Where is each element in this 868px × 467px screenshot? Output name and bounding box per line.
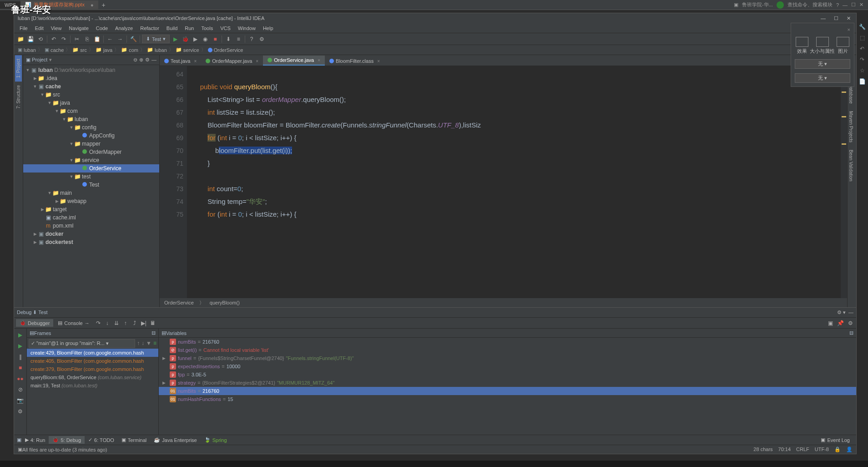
- btn-run[interactable]: ▶ 4: Run: [21, 436, 49, 444]
- lock-icon[interactable]: 🔒: [834, 447, 841, 452]
- tab-ordermapper[interactable]: OrderMapper.java×: [201, 56, 263, 66]
- breadcrumb-item[interactable]: OrderService: [206, 47, 245, 53]
- tool-maven[interactable]: Maven Projects: [848, 107, 856, 146]
- close-icon[interactable]: ×: [848, 27, 850, 32]
- var-item[interactable]: pexpectedInsertions = 10000: [159, 362, 856, 371]
- menu-help[interactable]: Help: [259, 25, 277, 32]
- tool-structure[interactable]: 7: Structure: [15, 81, 22, 112]
- menu-window[interactable]: Window: [234, 25, 259, 32]
- minimize-icon[interactable]: —: [819, 15, 828, 21]
- coverage-icon[interactable]: ▶: [191, 35, 200, 44]
- footer-class[interactable]: OrderService: [164, 300, 194, 305]
- editor-error-stripe[interactable]: [841, 66, 847, 298]
- menu-vcs[interactable]: VCS: [217, 25, 234, 32]
- window-mode-icon[interactable]: ▣: [734, 2, 738, 8]
- settings-icon[interactable]: ⚙: [16, 407, 25, 416]
- collapse-icon[interactable]: ⊖: [133, 57, 137, 63]
- select-none-1[interactable]: 无 ▾: [795, 59, 850, 69]
- btn-terminal[interactable]: ▣ Terminal: [118, 436, 151, 444]
- menu-view[interactable]: View: [47, 25, 66, 32]
- btn-debug[interactable]: 🐞 5: Debug: [49, 436, 85, 444]
- tab-test[interactable]: Test.java×: [160, 56, 201, 66]
- select-icon[interactable]: ⬚: [858, 34, 866, 42]
- tool-bean[interactable]: Bean Validation: [848, 146, 856, 185]
- tab-bloomfilter[interactable]: BloomFilter.class×: [325, 56, 384, 66]
- save-icon[interactable]: 💾: [26, 35, 35, 44]
- structure-icon[interactable]: ≡: [234, 35, 243, 44]
- tree-pom[interactable]: mpom.xml: [23, 222, 159, 230]
- step-over-icon[interactable]: ↷: [94, 319, 102, 327]
- refresh-icon[interactable]: ⟲: [36, 35, 45, 44]
- build-icon[interactable]: 🔨: [129, 35, 138, 44]
- var-item[interactable]: pnumBits = 216760: [159, 338, 856, 346]
- mute-icon[interactable]: ⊘: [16, 385, 25, 394]
- select-none-2[interactable]: 无 ▾: [795, 73, 850, 83]
- help-icon[interactable]: ?: [836, 2, 839, 8]
- next-frame-icon[interactable]: ↓: [141, 340, 144, 346]
- force-step-icon[interactable]: ⇊: [112, 319, 121, 327]
- maximize-icon[interactable]: ☐: [851, 2, 856, 8]
- frame-item[interactable]: queryBloom:68, OrderService (com.luban.s…: [27, 373, 158, 381]
- os-taskbar[interactable]: [0, 461, 868, 467]
- var-item[interactable]: pfpp = 3.0E-5: [159, 371, 856, 379]
- tree-cache[interactable]: ▼▣cache: [23, 82, 159, 91]
- image-button[interactable]: 图片: [837, 37, 849, 55]
- stop-icon[interactable]: ■: [211, 35, 220, 44]
- dump-icon[interactable]: 📷: [16, 396, 25, 405]
- breadcrumb-item[interactable]: ▣cache: [43, 47, 66, 53]
- editor-gutter[interactable]: 646566676869707172737475: [160, 66, 187, 298]
- add-tab-button[interactable]: +: [98, 1, 109, 9]
- avatar[interactable]: [777, 1, 784, 9]
- btn-spring[interactable]: 🍃 Spring: [201, 436, 231, 444]
- btn-todo[interactable]: ✓ 6: TODO: [85, 436, 118, 444]
- status-crlf[interactable]: CRLF: [796, 447, 809, 452]
- hector-icon[interactable]: 👤: [846, 447, 853, 452]
- code-editor[interactable]: public void queryBloom(){ List<String> l…: [187, 66, 841, 298]
- status-position[interactable]: 70:14: [778, 447, 791, 452]
- redo-icon[interactable]: ↷: [59, 35, 68, 44]
- breadcrumb-item[interactable]: 📁luban: [145, 47, 169, 53]
- frame-item[interactable]: create:429, BloomFilter (com.google.comm…: [27, 349, 158, 357]
- tree-com[interactable]: ▼📁com: [23, 107, 159, 115]
- gear-icon[interactable]: ⚙ ▾: [837, 310, 846, 315]
- pause-icon[interactable]: ‖: [16, 352, 25, 361]
- tree-ordermapper[interactable]: OrderMapper: [23, 148, 159, 156]
- tree-root[interactable]: ▼▣luban D:\work\workspace\luban: [23, 66, 159, 74]
- undo-icon[interactable]: ↶: [49, 35, 58, 44]
- maximize-icon[interactable]: ☐: [832, 15, 840, 21]
- tree-src[interactable]: ▼📁src: [23, 91, 159, 99]
- forward-icon[interactable]: →: [116, 35, 125, 44]
- layout-icon[interactable]: ▣: [826, 319, 834, 327]
- evaluate-icon[interactable]: 🖩: [149, 319, 157, 327]
- tab-orderservice[interactable]: OrderService.java×: [263, 56, 325, 66]
- var-item[interactable]: ▶pfunnel = {Funnels$StringCharsetFunnel@…: [159, 354, 856, 362]
- tree-appconfig[interactable]: AppConfig: [23, 132, 159, 140]
- frame-item[interactable]: main:19, Test (com.luban.test): [27, 381, 158, 390]
- open-icon[interactable]: 📁: [16, 35, 25, 44]
- resume-icon[interactable]: ▶: [16, 341, 25, 350]
- tree-mapper[interactable]: ▼📁mapper: [23, 140, 159, 148]
- target-icon[interactable]: ⊕: [139, 57, 143, 63]
- tree-luban-pkg[interactable]: ▼📁luban: [23, 115, 159, 123]
- settings-icon[interactable]: ⚙: [846, 319, 854, 327]
- tool-window-icon[interactable]: ▣: [17, 437, 21, 443]
- star-icon[interactable]: ☆: [858, 66, 866, 75]
- tree-docker[interactable]: ▶▣docker: [23, 230, 159, 238]
- drop-frame-icon[interactable]: ⤴: [131, 319, 139, 327]
- menu-navigate[interactable]: Navigate: [65, 25, 92, 32]
- prev-frame-icon[interactable]: ↑: [137, 340, 140, 346]
- copy-icon[interactable]: ⎘: [82, 35, 91, 44]
- gear-icon[interactable]: ⚙: [145, 57, 150, 63]
- run-icon[interactable]: ▶: [171, 35, 180, 44]
- stack-icon[interactable]: ≡: [153, 340, 156, 346]
- btn-eventlog[interactable]: ▣ Event Log: [817, 436, 853, 444]
- cut-icon[interactable]: ✂: [72, 35, 81, 44]
- tree-idea[interactable]: ▶📁.idea: [23, 74, 159, 82]
- breadcrumb-item[interactable]: 📁com: [119, 47, 140, 53]
- menu-refactor[interactable]: Refactor: [136, 25, 163, 32]
- frame-item[interactable]: create:379, BloomFilter (com.google.comm…: [27, 365, 158, 373]
- rerun-icon[interactable]: ▶: [16, 330, 25, 340]
- step-into-icon[interactable]: ↓: [103, 319, 111, 327]
- breakpoints-icon[interactable]: ●●: [16, 374, 25, 383]
- close-icon[interactable]: ×: [377, 59, 380, 64]
